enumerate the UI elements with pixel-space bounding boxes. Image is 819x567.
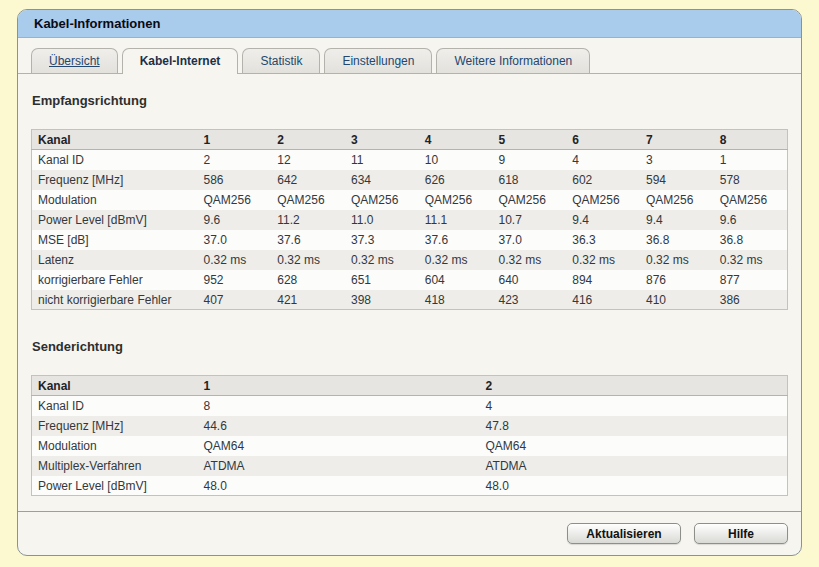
table-row: ModulationQAM256QAM256QAM256QAM256QAM256… bbox=[32, 190, 788, 210]
section-senderichtung: SenderichtungKanal12Kanal ID84Frequenz [… bbox=[31, 339, 788, 496]
cell: 12 bbox=[271, 150, 345, 170]
row-label: Power Level [dBmV] bbox=[32, 210, 198, 230]
cell: 3 bbox=[640, 150, 714, 170]
tab-kabel-internet[interactable]: Kabel-Internet bbox=[122, 48, 239, 74]
cell: 642 bbox=[271, 170, 345, 190]
cell: QAM64 bbox=[198, 436, 480, 456]
cell: 594 bbox=[640, 170, 714, 190]
tab-einstellungen[interactable]: Einstellungen bbox=[324, 48, 432, 73]
cell: 10.7 bbox=[493, 210, 567, 230]
column-header: 2 bbox=[480, 376, 788, 396]
cell: 37.3 bbox=[345, 230, 419, 250]
table-row: Kanal ID84 bbox=[32, 396, 788, 416]
column-header: 2 bbox=[271, 130, 345, 150]
column-header: 4 bbox=[419, 130, 493, 150]
cell: 0.32 ms bbox=[566, 250, 640, 270]
tab-weitere-informationen[interactable]: Weitere Informationen bbox=[436, 48, 590, 73]
cell: 9.4 bbox=[640, 210, 714, 230]
cell: 410 bbox=[640, 290, 714, 310]
cell: 9 bbox=[493, 150, 567, 170]
cell: 423 bbox=[493, 290, 567, 310]
column-header: 3 bbox=[345, 130, 419, 150]
cell: 9.4 bbox=[566, 210, 640, 230]
cell: QAM256 bbox=[419, 190, 493, 210]
cell: 634 bbox=[345, 170, 419, 190]
row-label: nicht korrigierbare Fehler bbox=[32, 290, 198, 310]
cell: 36.3 bbox=[566, 230, 640, 250]
cell: 9.6 bbox=[198, 210, 272, 230]
cell: QAM256 bbox=[566, 190, 640, 210]
cell: 37.6 bbox=[419, 230, 493, 250]
cell: 421 bbox=[271, 290, 345, 310]
cell: 877 bbox=[714, 270, 788, 290]
cell: 11 bbox=[345, 150, 419, 170]
table-row: ModulationQAM64QAM64 bbox=[32, 436, 788, 456]
cell: 0.32 ms bbox=[198, 250, 272, 270]
tab-label: Kabel-Internet bbox=[140, 54, 221, 68]
cell: 952 bbox=[198, 270, 272, 290]
table-header-row: Kanal12 bbox=[32, 376, 788, 396]
cell: 618 bbox=[493, 170, 567, 190]
footer-bar: Aktualisieren Hilfe bbox=[18, 511, 801, 555]
cell: 0.32 ms bbox=[714, 250, 788, 270]
cell: 0.32 ms bbox=[419, 250, 493, 270]
row-label: Multiplex-Verfahren bbox=[32, 456, 198, 476]
cell: 48.0 bbox=[198, 476, 480, 496]
cell: 626 bbox=[419, 170, 493, 190]
table-row: Kanal ID21211109431 bbox=[32, 150, 788, 170]
table-row: Latenz0.32 ms0.32 ms0.32 ms0.32 ms0.32 m… bbox=[32, 250, 788, 270]
cell: 11.1 bbox=[419, 210, 493, 230]
window-titlebar: Kabel-Informationen bbox=[18, 10, 801, 38]
empfangsrichtung-table: Kanal12345678Kanal ID21211109431Frequenz… bbox=[31, 129, 788, 310]
tab-label: Statistik bbox=[260, 54, 302, 68]
cell: 416 bbox=[566, 290, 640, 310]
cell: 36.8 bbox=[640, 230, 714, 250]
cell: 398 bbox=[345, 290, 419, 310]
cell: QAM256 bbox=[271, 190, 345, 210]
row-label: Frequenz [MHz] bbox=[32, 170, 198, 190]
cell: QAM256 bbox=[198, 190, 272, 210]
cell: 0.32 ms bbox=[345, 250, 419, 270]
refresh-button[interactable]: Aktualisieren bbox=[567, 523, 681, 544]
cell: 386 bbox=[714, 290, 788, 310]
help-button[interactable]: Hilfe bbox=[694, 523, 788, 544]
cell: QAM256 bbox=[640, 190, 714, 210]
row-label: korrigierbare Fehler bbox=[32, 270, 198, 290]
cell: 602 bbox=[566, 170, 640, 190]
cell: 407 bbox=[198, 290, 272, 310]
tab-ubersicht[interactable]: Übersicht bbox=[31, 48, 118, 73]
tab-label: Weitere Informationen bbox=[454, 54, 572, 68]
cell: 37.0 bbox=[198, 230, 272, 250]
column-header: Kanal bbox=[32, 130, 198, 150]
tab-bar: ÜbersichtKabel-InternetStatistikEinstell… bbox=[18, 38, 801, 74]
section-heading: Empfangsrichtung bbox=[32, 93, 788, 108]
tab-label: Einstellungen bbox=[342, 54, 414, 68]
tab-content: EmpfangsrichtungKanal12345678Kanal ID212… bbox=[18, 74, 801, 496]
cell: 37.6 bbox=[271, 230, 345, 250]
row-label: Kanal ID bbox=[32, 150, 198, 170]
table-row: Power Level [dBmV]48.048.0 bbox=[32, 476, 788, 496]
cell: 11.0 bbox=[345, 210, 419, 230]
window-title: Kabel-Informationen bbox=[34, 16, 160, 31]
section-empfangsrichtung: EmpfangsrichtungKanal12345678Kanal ID212… bbox=[31, 93, 788, 310]
cell: 628 bbox=[271, 270, 345, 290]
row-label: Modulation bbox=[32, 190, 198, 210]
cell: 44.6 bbox=[198, 416, 480, 436]
column-header: 8 bbox=[714, 130, 788, 150]
table-row: korrigierbare Fehler95262865160464089487… bbox=[32, 270, 788, 290]
cell: 4 bbox=[480, 396, 788, 416]
cell: 11.2 bbox=[271, 210, 345, 230]
cell: 604 bbox=[419, 270, 493, 290]
row-label: Kanal ID bbox=[32, 396, 198, 416]
row-label: Latenz bbox=[32, 250, 198, 270]
cell: QAM256 bbox=[714, 190, 788, 210]
cell: 4 bbox=[566, 150, 640, 170]
table-row: Frequenz [MHz]586642634626618602594578 bbox=[32, 170, 788, 190]
row-label: Power Level [dBmV] bbox=[32, 476, 198, 496]
row-label: Modulation bbox=[32, 436, 198, 456]
table-row: nicht korrigierbare Fehler40742139841842… bbox=[32, 290, 788, 310]
cell: 0.32 ms bbox=[640, 250, 714, 270]
cell: 47.8 bbox=[480, 416, 788, 436]
table-row: Multiplex-VerfahrenATDMAATDMA bbox=[32, 456, 788, 476]
tab-statistik[interactable]: Statistik bbox=[242, 48, 320, 73]
